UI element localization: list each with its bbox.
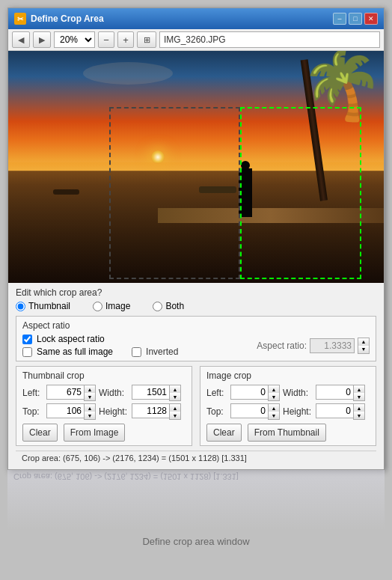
thumb-left-label: Left: bbox=[22, 388, 43, 398]
thumb-left-spinner: ▲ ▼ bbox=[46, 385, 96, 401]
thumbnail-crop-col: Thumbnail crop Left: ▲ ▼ Width: bbox=[16, 366, 192, 446]
thumb-height-up[interactable]: ▲ bbox=[170, 404, 180, 412]
lock-aspect-label: Lock aspect ratio bbox=[37, 334, 105, 344]
from-thumbnail-button[interactable]: From Thumbnail bbox=[248, 424, 326, 442]
img-left-spinner: ▲ ▼ bbox=[230, 385, 280, 401]
aspect-ratio-section: Aspect ratio Lock aspect ratio Same as f… bbox=[16, 316, 376, 361]
inverted-label: Inverted bbox=[146, 347, 178, 357]
img-left-spin-buttons: ▲ ▼ bbox=[268, 385, 280, 401]
thumb-top-up[interactable]: ▲ bbox=[85, 404, 95, 412]
aspect-ratio-value-group: Aspect ratio: ▲ ▼ bbox=[257, 338, 370, 354]
img-clear-button[interactable]: Clear bbox=[206, 424, 242, 442]
thumb-height-input[interactable] bbox=[132, 403, 169, 418]
filename-input[interactable] bbox=[159, 31, 380, 48]
img-width-down[interactable]: ▼ bbox=[354, 393, 364, 400]
img-left-label: Left: bbox=[206, 388, 227, 398]
img-top-label: Top: bbox=[206, 406, 227, 417]
img-left-up[interactable]: ▲ bbox=[269, 385, 279, 393]
main-window: ✂ Define Crop Area – □ ✕ ◀ ▶ 20% 10% 50%… bbox=[7, 7, 385, 470]
thumb-top-spin-buttons: ▲ ▼ bbox=[84, 403, 96, 420]
thumb-left-input[interactable] bbox=[46, 385, 84, 400]
lock-aspect-checkbox[interactable] bbox=[22, 335, 32, 344]
same-full-label: Same as full image bbox=[37, 347, 113, 357]
thumb-top-input[interactable] bbox=[46, 403, 84, 418]
crop-area-radio-group: Thumbnail Image Both bbox=[16, 301, 376, 311]
img-height-down[interactable]: ▼ bbox=[354, 412, 364, 419]
maximize-button[interactable]: □ bbox=[349, 13, 362, 25]
edit-crop-label: Edit which crop area? bbox=[16, 287, 376, 298]
back-button[interactable]: ◀ bbox=[12, 31, 30, 48]
radio-image-label: Image bbox=[105, 301, 130, 311]
inverted-checkbox[interactable] bbox=[132, 347, 141, 357]
aspect-up-button[interactable]: ▲ bbox=[358, 338, 369, 346]
sky-layer bbox=[8, 51, 384, 179]
same-inverted-row: Same as full image Inverted bbox=[22, 347, 178, 357]
beach-image: 🌴 bbox=[8, 51, 384, 283]
radio-thumbnail-label: Thumbnail bbox=[28, 301, 70, 311]
img-width-spin-buttons: ▲ ▼ bbox=[353, 385, 365, 401]
zoom-out-button[interactable]: − bbox=[98, 31, 114, 48]
thumb-left-down[interactable]: ▼ bbox=[85, 393, 95, 400]
thumb-height-down[interactable]: ▼ bbox=[170, 412, 180, 419]
img-height-spinner: ▲ ▼ bbox=[316, 403, 365, 420]
img-left-row: Left: ▲ ▼ Width: ▲ ▼ bbox=[206, 385, 370, 401]
thumb-top-row: Top: ▲ ▼ Height: ▲ ▼ bbox=[22, 403, 186, 420]
forward-button[interactable]: ▶ bbox=[33, 31, 51, 48]
img-top-row: Top: ▲ ▼ Height: ▲ ▼ bbox=[206, 403, 370, 420]
thumb-width-up[interactable]: ▲ bbox=[170, 385, 180, 393]
radio-thumbnail[interactable]: Thumbnail bbox=[16, 301, 70, 311]
aspect-ratio-input[interactable] bbox=[310, 338, 355, 353]
thumb-width-spinner: ▲ ▼ bbox=[132, 385, 181, 401]
titlebar-left: ✂ Define Crop Area bbox=[14, 13, 104, 25]
image-crop-buttons: Clear From Thumbnail bbox=[206, 424, 370, 442]
thumb-width-spin-buttons: ▲ ▼ bbox=[169, 385, 181, 401]
img-left-input[interactable] bbox=[230, 385, 268, 400]
thumb-top-label: Top: bbox=[22, 406, 43, 417]
radio-image[interactable]: Image bbox=[93, 301, 130, 311]
thumb-top-spinner: ▲ ▼ bbox=[46, 403, 96, 420]
thumb-left-up[interactable]: ▲ bbox=[85, 385, 95, 393]
img-height-input[interactable] bbox=[316, 403, 353, 418]
thumb-height-label: Height: bbox=[99, 406, 129, 417]
from-image-button[interactable]: From Image bbox=[64, 424, 126, 442]
crop-fields-section: Thumbnail crop Left: ▲ ▼ Width: bbox=[16, 366, 376, 446]
reflection: Crop area: (675, 106) -> (2176, 1234) = … bbox=[7, 470, 385, 530]
img-top-down[interactable]: ▼ bbox=[269, 412, 279, 419]
thumb-width-input[interactable] bbox=[132, 385, 169, 400]
thumb-clear-button[interactable]: Clear bbox=[22, 424, 58, 442]
aspect-down-button[interactable]: ▼ bbox=[358, 346, 369, 353]
page-description: Define crop area window bbox=[142, 536, 249, 547]
zoom-in-button[interactable]: + bbox=[117, 31, 134, 48]
sun-element bbox=[151, 150, 165, 164]
zoom-select[interactable]: 20% 10% 50% 75% 100% bbox=[54, 31, 95, 48]
status-text: Crop area: (675, 106) -> (2176, 1234) = … bbox=[22, 454, 247, 463]
img-width-input[interactable] bbox=[316, 385, 353, 400]
img-width-spinner: ▲ ▼ bbox=[316, 385, 365, 401]
thumb-top-down[interactable]: ▼ bbox=[85, 412, 95, 419]
fit-button[interactable]: ⊞ bbox=[137, 31, 156, 48]
img-top-input[interactable] bbox=[230, 403, 268, 418]
close-button[interactable]: ✕ bbox=[364, 13, 378, 25]
radio-both-label: Both bbox=[165, 301, 184, 311]
thumb-width-down[interactable]: ▼ bbox=[170, 393, 180, 400]
water-layer bbox=[8, 171, 384, 283]
aspect-ratio-title: Aspect ratio bbox=[22, 320, 370, 331]
same-full-row: Same as full image bbox=[22, 347, 113, 357]
thumb-height-spin-buttons: ▲ ▼ bbox=[169, 403, 181, 420]
img-top-up[interactable]: ▲ bbox=[269, 404, 279, 412]
image-area: 🌴 bbox=[8, 51, 384, 283]
img-left-down[interactable]: ▼ bbox=[269, 393, 279, 400]
img-width-up[interactable]: ▲ bbox=[354, 385, 364, 393]
thumb-height-spinner: ▲ ▼ bbox=[132, 403, 181, 420]
lock-aspect-row: Lock aspect ratio bbox=[22, 334, 178, 344]
radio-both[interactable]: Both bbox=[153, 301, 184, 311]
minimize-button[interactable]: – bbox=[333, 13, 346, 25]
same-full-checkbox[interactable] bbox=[22, 347, 32, 357]
image-crop-col: Image crop Left: ▲ ▼ Width: ▲ bbox=[200, 366, 376, 446]
thumb-width-label: Width: bbox=[99, 388, 129, 398]
window-title: Define Crop Area bbox=[31, 13, 104, 24]
inverted-row: Inverted bbox=[132, 347, 178, 357]
thumbnail-crop-buttons: Clear From Image bbox=[22, 424, 186, 442]
img-height-up[interactable]: ▲ bbox=[354, 404, 364, 412]
toolbar: ◀ ▶ 20% 10% 50% 75% 100% − + ⊞ bbox=[8, 29, 384, 51]
